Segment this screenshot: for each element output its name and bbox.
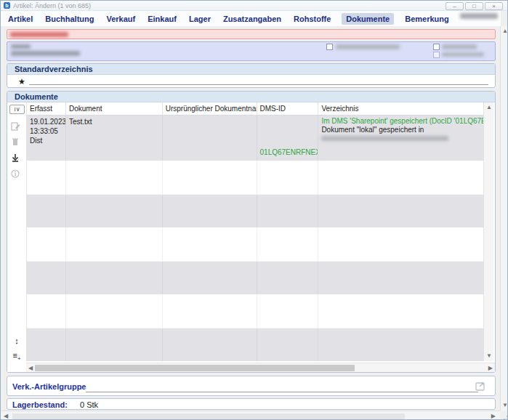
- column-header-erfasst[interactable]: Erfasst: [27, 102, 66, 115]
- open-detail-icon[interactable]: [475, 381, 485, 391]
- document-toolbar: I∨ ↕ ≡+: [7, 102, 26, 372]
- add-list-entry-icon[interactable]: ≡+: [10, 351, 23, 363]
- column-header-verzeichnis[interactable]: Verzeichnis: [318, 102, 485, 115]
- minimize-button[interactable]: –: [445, 2, 464, 10]
- sort-icon[interactable]: ↕: [10, 336, 23, 348]
- app-window: b Artikel: Ändern (1 von 685) – □ × Arti…: [0, 0, 508, 420]
- window-vertical-scrollbar[interactable]: ▲ ▼: [500, 26, 508, 411]
- article-info-panel: [7, 41, 496, 61]
- menu-item-bemerkung[interactable]: Bemerkung: [403, 13, 451, 25]
- star-icon: ★: [18, 77, 25, 86]
- cell-dokument: Test.txt: [66, 116, 162, 126]
- scroll-down-icon[interactable]: ▼: [486, 353, 492, 359]
- delete-icon[interactable]: [10, 137, 23, 148]
- menu-item-lager[interactable]: Lager: [188, 13, 212, 25]
- chevron-down-icon: ∨: [16, 106, 20, 113]
- table-header-row: Erfasst Dokument Ursprünglicher Dokument…: [27, 102, 485, 116]
- scrollbar-thumb[interactable]: [12, 413, 405, 419]
- window-title: Artikel: Ändern (1 von 685): [13, 2, 91, 9]
- view-selector-button[interactable]: I∨: [9, 105, 25, 114]
- redacted-checkbox-3-label: [442, 52, 484, 57]
- menu-bar: Artikel Buchhaltung Verkauf Einkauf Lage…: [1, 11, 501, 26]
- table-row-empty[interactable]: [27, 194, 485, 227]
- scroll-left-icon[interactable]: ◀: [4, 413, 8, 419]
- dokumente-panel: Dokumente I∨ ↕ ≡+: [7, 91, 496, 373]
- cell-verzeichnis-local-status: Dokument "lokal" gespeichert in: [318, 126, 485, 134]
- resize-grip[interactable]: [501, 412, 508, 420]
- window-horizontal-scrollbar[interactable]: ◀ ▶: [1, 411, 500, 420]
- menu-item-buchhaltung[interactable]: Buchhaltung: [44, 13, 95, 25]
- checkbox-3[interactable]: [433, 52, 440, 58]
- menu-item-rohstoffe[interactable]: Rohstoffe: [292, 13, 332, 25]
- column-header-urspruenglicher-dokumentname[interactable]: Ursprünglicher Dokumentname: [163, 102, 257, 115]
- sort-icon-glyph: ↕: [15, 336, 19, 345]
- table-row-empty[interactable]: [27, 294, 485, 328]
- checkbox-1[interactable]: [326, 44, 333, 50]
- standardverzeichnis-input[interactable]: [29, 84, 488, 85]
- lagerbestand-field: Lagerbestand: 0 Stk: [7, 398, 496, 410]
- table-horizontal-scrollbar[interactable]: ◀ ▶: [26, 363, 495, 372]
- menu-item-zusatzangaben[interactable]: Zusatzangaben: [222, 13, 283, 25]
- standardverzeichnis-panel: Standardverzeichnis ★: [7, 63, 496, 88]
- cell-urspruenglicher-dokumentname: [163, 116, 257, 161]
- redacted-article-name: [11, 51, 80, 56]
- checkbox-2[interactable]: [433, 44, 440, 50]
- verk-artikelgruppe-input[interactable]: [86, 392, 478, 392]
- menu-item-dokumente[interactable]: Dokumente: [342, 13, 394, 25]
- cell-dms-id: 01LQ67ENRFNEXX3PI: [260, 148, 319, 156]
- warning-banner: [7, 29, 496, 39]
- app-icon: b: [4, 2, 10, 9]
- scroll-up-icon[interactable]: ▲: [486, 105, 492, 110]
- redacted-warning-text: [10, 32, 68, 37]
- scroll-up-icon[interactable]: ▲: [502, 28, 508, 34]
- scroll-down-icon[interactable]: ▼: [502, 403, 508, 408]
- lagerbestand-label: Lagerbestand:: [12, 400, 68, 409]
- redacted-checkbox-1-label: [336, 44, 400, 49]
- table-row-empty[interactable]: [27, 161, 485, 194]
- verk-artikelgruppe-dots-button[interactable]: ..: [78, 382, 82, 391]
- table-vertical-scrollbar[interactable]: ▲ ▼: [483, 102, 493, 361]
- edit-document-icon[interactable]: [10, 121, 23, 133]
- table-row[interactable]: 19.01.2023 13:33:05 Dist Test.txt 01LQ67…: [27, 116, 485, 161]
- verk-artikelgruppe-label: Verk.-Artikelgruppe: [12, 382, 86, 391]
- standardverzeichnis-title: Standardverzeichnis: [7, 64, 495, 75]
- scroll-left-icon[interactable]: ◀: [28, 366, 33, 371]
- close-button[interactable]: ×: [485, 2, 503, 10]
- lagerbestand-value: 0 Stk: [80, 400, 98, 409]
- add-plus-glyph: +: [17, 355, 21, 362]
- redacted-local-path: [321, 136, 448, 141]
- redacted-checkbox-2-label: [442, 44, 477, 49]
- cell-erfasst-time: 13:33:05: [30, 126, 65, 136]
- dokumente-title: Dokumente: [7, 92, 495, 102]
- cell-erfasst-date: 19.01.2023: [30, 117, 65, 126]
- info-icon[interactable]: [10, 169, 23, 180]
- download-icon[interactable]: [10, 153, 23, 164]
- table-row-empty[interactable]: [27, 328, 485, 361]
- column-header-dokument[interactable]: Dokument: [66, 102, 163, 115]
- scroll-right-icon[interactable]: ▶: [491, 413, 496, 419]
- cell-verzeichnis-dms-status: Im DMS 'Sharepoint' gespeichert (DocID '…: [318, 116, 485, 126]
- maximize-button[interactable]: □: [465, 2, 483, 10]
- cell-erfasst-user: Dist: [30, 136, 65, 145]
- table-row-empty[interactable]: [27, 261, 485, 294]
- scrollbar-thumb[interactable]: [35, 365, 355, 371]
- verk-artikelgruppe-field: Verk.-Artikelgruppe ..: [7, 376, 496, 396]
- column-header-dms-id[interactable]: DMS-ID: [257, 102, 319, 115]
- title-bar: b Artikel: Ändern (1 von 685) – □ ×: [1, 1, 507, 11]
- redacted-article-number: [11, 44, 31, 49]
- redacted-user-name: [460, 13, 498, 19]
- table-row-empty[interactable]: [27, 227, 485, 261]
- scroll-right-icon[interactable]: ▶: [488, 366, 493, 371]
- menu-item-verkauf[interactable]: Verkauf: [105, 13, 137, 25]
- menu-item-einkauf[interactable]: Einkauf: [146, 13, 178, 25]
- documents-table: Erfasst Dokument Ursprünglicher Dokument…: [26, 102, 485, 361]
- menu-item-artikel[interactable]: Artikel: [7, 13, 34, 25]
